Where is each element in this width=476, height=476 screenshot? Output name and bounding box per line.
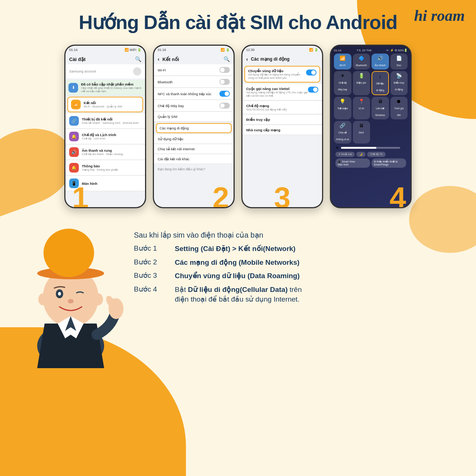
step-1-detail: Setting (Cài Đặt) > Kết nối(Network): [175, 244, 296, 254]
instruction-step-4: Bước 4 Bật Dữ liệu di động(Cellular Data…: [134, 285, 461, 305]
phone4-tile-hotspot: 📡 Điểm trcpdi động: [390, 71, 408, 95]
samsung-account-bar: Samsung account: [65, 64, 145, 78]
svg-point-4: [44, 229, 94, 277]
phone2-othersettings-item: Cài đặt kết nối khác: [154, 154, 234, 164]
phone4-tile-save: 💡 Tiết kiệm: [334, 97, 351, 119]
phone-1-title: Cài đặt: [69, 57, 86, 62]
phone-2-title: Kết nối: [163, 57, 223, 62]
phone3-apn-item: Điểm truy cập: [242, 115, 322, 125]
phone-4-smart-controls: 📱 Smart ViewMàn hình ⚙ Điều khiển thiết …: [335, 158, 406, 168]
phone-3-status-bar: 12:30 📶 🔋: [242, 46, 322, 54]
phone-4: 01:14 T.5, 20 Th6 ✏ ⚡ ⚙ 60%🔋 📶 Wi-Fi 🔷 B…: [330, 45, 412, 208]
phone4-tile-dex: 🖥 DeX: [353, 121, 370, 144]
step-2-label: Bước 2: [134, 258, 175, 268]
phone-1-header: Cài đặt 🔍: [65, 54, 145, 64]
brightness-slider-row: ☀ ⋮: [335, 146, 406, 150]
phone2-wifi-item: Wi-Fi: [154, 64, 234, 76]
phone4-tile-windows: 🖥 Liên kếtWindows: [372, 97, 389, 119]
svg-point-6: [58, 292, 61, 296]
phone2-airplane-item: Chế độ Máy bay: [154, 100, 234, 112]
page-title: Hướng Dẫn cài đặt SIM cho Android: [15, 11, 461, 33]
svg-point-9: [94, 293, 103, 305]
step-4-label: Bước 4: [134, 285, 175, 305]
intro-text: Sau khi lắp sim vào điện thoại của bạn: [134, 231, 461, 239]
phone-3-header: ‹ Các mạng di động: [242, 54, 322, 64]
phone4-tile-bluetooth: 🔷 Bluetooth: [353, 54, 370, 70]
phone4-tile-mobiledata-highlighted: ↕ Dữ liệudi động: [372, 71, 389, 95]
phone2-mobilenetworks-highlighted: Các mạng di động: [156, 123, 232, 133]
mascot-illustration: [15, 219, 126, 361]
phone-1-status-bar: 01:14 📶 WiFi 🔋: [65, 46, 145, 54]
mascot-svg: [15, 219, 126, 368]
brand-logo: hi roam: [414, 7, 465, 25]
phone2-bluetooth-item: Bluetooth: [154, 76, 234, 88]
phone4-tile-sound: 🔊 Âm thanh: [372, 54, 389, 70]
phone2-nfc-item: NFC và thanh toán không tiếp xúc: [154, 88, 234, 100]
phone-2-time: 01:16: [158, 48, 166, 52]
settings-item-devices: 🔗 Thiết bị đã kết nối Chia sẻ nhanh · Sa…: [65, 113, 145, 129]
phone-4-tiles: 📶 Wi-Fi 🔷 Bluetooth 🔊 Âm thanh 📄 Doc: [334, 54, 408, 144]
phone4-tile-record: ⏺ Trình ghiMH: [390, 97, 408, 119]
phone-4-sliders: ☀ ⋮ ☀ thoải mai 🌙 Chế độ TS: [334, 146, 408, 168]
phone4-tile-battery: 🔋 Điện pin: [353, 71, 370, 95]
settings-item-modes: 🔔 Chế độ và Lịch trình Chế độ · Lịch trì…: [65, 129, 145, 144]
phone2-footer: Bạn đang tìm kiếm điều gì khác?: [154, 164, 234, 174]
phone2-datausage-item: Sử dụng dữ liệu: [154, 134, 234, 144]
instructions-panel: Sau khi lắp sim vào điện thoại của bạn B…: [134, 219, 461, 308]
instruction-step-2: Bước 2 Các mạng di động (Mobile Networks…: [134, 258, 461, 268]
settings-item-connection-highlighted: 📶 Kết nối Wi-Fi · Bluetooth · Quản lý SI…: [67, 97, 143, 112]
phone3-networkmode-item: Chế độ mạng 5G/LTE/3G/2G (tự động kết nố…: [242, 101, 322, 114]
phone-3-time: 12:30: [246, 48, 255, 52]
bottom-section: Sau khi lắp sim vào điện thoại của bạn B…: [15, 219, 461, 361]
phone2-sim-item: Quản lý SIM: [154, 112, 234, 122]
svg-point-8: [38, 293, 47, 305]
step-number-2: 2: [213, 183, 229, 208]
phones-row: 01:14 📶 WiFi 🔋 Cài đặt 🔍 Samsung account: [15, 45, 461, 208]
phone3-operator-item: Nhà cung cấp mạng: [242, 125, 322, 135]
settings-item-notifications: 🔔 Thông báo Trạng thái · Không làm phiền: [65, 160, 145, 176]
step-3-detail: Chuyển vùng dữ liệu (Data Roaming): [175, 271, 300, 281]
phone4-tile-doc: 📄 Doc: [390, 54, 408, 70]
phone4-tile-airplane: ✈ Chế độMáy bay: [334, 71, 351, 95]
phone-1: 01:14 📶 WiFi 🔋 Cài đặt 🔍 Samsung account: [64, 45, 146, 208]
phone-3-title: Các mạng di động: [251, 57, 318, 62]
phone-3: 12:30 📶 🔋 ‹ Các mạng di động Chuyển vùng…: [241, 45, 323, 208]
phone3-dataroaming-highlighted: Chuyển vùng dữ liệu Sử dụng dữ liệu di đ…: [244, 66, 320, 83]
account-avatar: [133, 67, 141, 75]
phone-2-header: ‹ Kết nối 🔍: [154, 54, 234, 64]
step-4-detail: Bật Dữ liệu di động(Cellular Data) trênđ…: [175, 285, 302, 305]
svg-point-7: [68, 299, 74, 303]
phone-2: 01:16 📶 🔋 ‹ Kết nối 🔍 Wi-Fi B: [153, 45, 235, 208]
settings-item-update: ⬇ Đã có bản cập nhật phần mềm Cập nhật đ…: [65, 80, 145, 96]
instruction-step-1: Bước 1 Setting (Cài Đặt) > Kết nối(Netwo…: [134, 244, 461, 254]
phone3-viettel-item: Cuộc gọi nâng cao Viettel Sử dụng mạng d…: [242, 84, 322, 100]
phone4-tile-wifi: 📶 Wi-Fi: [334, 54, 351, 70]
phone-1-time: 01:14: [69, 48, 78, 52]
step-1-label: Bước 1: [134, 244, 175, 254]
phone-2-status-bar: 01:16 📶 🔋: [154, 46, 234, 54]
step-3-label: Bước 3: [134, 271, 175, 281]
step-2-detail: Các mạng di động (Mobile Networks): [175, 258, 299, 268]
phone4-tile-location: 📍 Vị trí: [353, 97, 370, 119]
step-number-1: 1: [72, 183, 89, 208]
phone-4-bottom-controls: ☀ thoải mai 🌙 Chế độ TS: [335, 152, 406, 157]
instruction-step-3: Bước 3 Chuyển vùng dữ liệu (Data Roaming…: [134, 271, 461, 281]
phone4-tile-share: 🔗 Chia sẻKhông có ai: [334, 121, 351, 144]
step-number-3: 3: [274, 183, 291, 208]
settings-item-sound: 🔊 Âm thanh và rung Chế độ âm thanh · Nhạ…: [65, 145, 145, 160]
phone2-hotspot-item: Chia sẻ kết nối internet: [154, 144, 234, 154]
step-number-4: 4: [390, 183, 406, 208]
phone-4-status-bar: 01:14 T.5, 20 Th6 ✏ ⚡ ⚙ 60%🔋: [334, 49, 408, 52]
